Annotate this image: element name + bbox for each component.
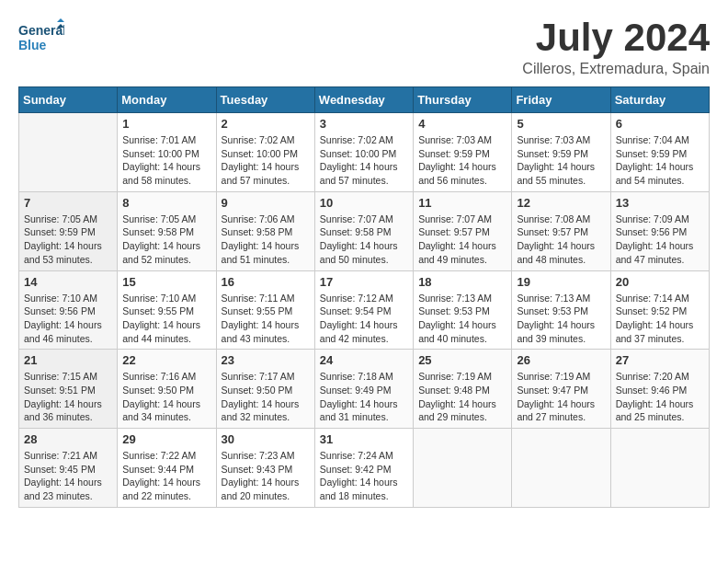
day-number: 21	[24, 353, 112, 367]
calendar-cell: 21Sunrise: 7:15 AMSunset: 9:51 PMDayligh…	[19, 350, 118, 429]
day-info: Sunrise: 7:17 AMSunset: 9:50 PMDaylight:…	[222, 370, 310, 424]
calendar-table: SundayMondayTuesdayWednesdayThursdayFrid…	[18, 86, 710, 508]
calendar-cell: 22Sunrise: 7:16 AMSunset: 9:50 PMDayligh…	[118, 350, 216, 429]
calendar-cell: 29Sunrise: 7:22 AMSunset: 9:44 PMDayligh…	[118, 429, 216, 508]
day-info: Sunrise: 7:09 AMSunset: 9:56 PMDaylight:…	[616, 213, 704, 267]
calendar-week-row: 1Sunrise: 7:01 AMSunset: 10:00 PMDayligh…	[19, 113, 710, 192]
svg-text:Blue: Blue	[18, 38, 47, 52]
title-block: July 2024 Cilleros, Extremadura, Spain	[522, 18, 710, 77]
day-number: 31	[320, 432, 408, 446]
calendar-cell: 7Sunrise: 7:05 AMSunset: 9:59 PMDaylight…	[19, 191, 118, 270]
day-info: Sunrise: 7:03 AMSunset: 9:59 PMDaylight:…	[517, 133, 605, 188]
calendar-cell: 31Sunrise: 7:24 AMSunset: 9:42 PMDayligh…	[314, 429, 413, 508]
calendar-week-row: 14Sunrise: 7:10 AMSunset: 9:56 PMDayligh…	[19, 270, 710, 350]
day-number: 3	[320, 117, 408, 131]
calendar-cell: 26Sunrise: 7:19 AMSunset: 9:47 PMDayligh…	[512, 350, 610, 429]
calendar-cell: 9Sunrise: 7:06 AMSunset: 9:58 PMDaylight…	[216, 191, 314, 270]
weekday-header-friday: Friday	[512, 87, 610, 113]
calendar-cell: 13Sunrise: 7:09 AMSunset: 9:56 PMDayligh…	[610, 191, 709, 270]
svg-text:General: General	[18, 23, 64, 38]
page-header: General Blue July 2024 Cilleros, Extrema…	[18, 18, 710, 77]
day-number: 26	[517, 353, 605, 367]
calendar-week-row: 7Sunrise: 7:05 AMSunset: 9:59 PMDaylight…	[19, 191, 710, 270]
day-number: 15	[122, 275, 210, 289]
day-info: Sunrise: 7:20 AMSunset: 9:46 PMDaylight:…	[616, 370, 704, 424]
day-number: 16	[222, 275, 310, 289]
day-info: Sunrise: 7:22 AMSunset: 9:44 PMDaylight:…	[122, 449, 210, 503]
day-info: Sunrise: 7:13 AMSunset: 9:53 PMDaylight:…	[517, 292, 605, 346]
calendar-cell: 27Sunrise: 7:20 AMSunset: 9:46 PMDayligh…	[610, 350, 709, 429]
day-number: 12	[517, 196, 605, 210]
day-number: 7	[24, 196, 112, 210]
day-number: 23	[222, 353, 310, 367]
calendar-cell	[19, 113, 118, 192]
day-info: Sunrise: 7:02 AMSunset: 10:00 PMDaylight…	[222, 133, 310, 188]
day-info: Sunrise: 7:15 AMSunset: 9:51 PMDaylight:…	[24, 370, 112, 424]
day-number: 5	[517, 117, 605, 131]
day-number: 27	[616, 353, 704, 367]
day-info: Sunrise: 7:06 AMSunset: 9:58 PMDaylight:…	[222, 213, 310, 267]
calendar-cell: 24Sunrise: 7:18 AMSunset: 9:49 PMDayligh…	[314, 350, 413, 429]
calendar-cell: 28Sunrise: 7:21 AMSunset: 9:45 PMDayligh…	[19, 429, 118, 508]
calendar-cell	[512, 429, 610, 508]
day-number: 4	[418, 117, 506, 131]
day-info: Sunrise: 7:23 AMSunset: 9:43 PMDaylight:…	[222, 449, 310, 503]
calendar-cell: 3Sunrise: 7:02 AMSunset: 10:00 PMDayligh…	[314, 113, 413, 192]
day-info: Sunrise: 7:10 AMSunset: 9:56 PMDaylight:…	[24, 292, 112, 346]
day-number: 10	[320, 196, 408, 210]
day-info: Sunrise: 7:08 AMSunset: 9:57 PMDaylight:…	[517, 213, 605, 267]
day-number: 2	[222, 117, 310, 131]
calendar-cell: 19Sunrise: 7:13 AMSunset: 9:53 PMDayligh…	[512, 270, 610, 350]
calendar-cell: 8Sunrise: 7:05 AMSunset: 9:58 PMDaylight…	[118, 191, 216, 270]
day-info: Sunrise: 7:07 AMSunset: 9:57 PMDaylight:…	[418, 213, 506, 267]
calendar-cell	[610, 429, 709, 508]
day-info: Sunrise: 7:11 AMSunset: 9:55 PMDaylight:…	[222, 292, 310, 346]
calendar-week-row: 28Sunrise: 7:21 AMSunset: 9:45 PMDayligh…	[19, 429, 710, 508]
location: Cilleros, Extremadura, Spain	[522, 61, 710, 77]
day-number: 11	[418, 196, 506, 210]
calendar-cell: 15Sunrise: 7:10 AMSunset: 9:55 PMDayligh…	[118, 270, 216, 350]
day-info: Sunrise: 7:03 AMSunset: 9:59 PMDaylight:…	[418, 133, 506, 188]
calendar-cell: 10Sunrise: 7:07 AMSunset: 9:58 PMDayligh…	[314, 191, 413, 270]
calendar-cell: 25Sunrise: 7:19 AMSunset: 9:48 PMDayligh…	[414, 350, 512, 429]
day-info: Sunrise: 7:19 AMSunset: 9:48 PMDaylight:…	[418, 370, 506, 424]
day-number: 28	[24, 432, 112, 446]
calendar-cell: 14Sunrise: 7:10 AMSunset: 9:56 PMDayligh…	[19, 270, 118, 350]
weekday-header-monday: Monday	[118, 87, 216, 113]
svg-marker-2	[57, 18, 64, 22]
weekday-header-tuesday: Tuesday	[216, 87, 314, 113]
calendar-cell: 23Sunrise: 7:17 AMSunset: 9:50 PMDayligh…	[216, 350, 314, 429]
day-number: 14	[24, 275, 112, 289]
day-info: Sunrise: 7:24 AMSunset: 9:42 PMDaylight:…	[320, 449, 408, 503]
calendar-cell	[414, 429, 512, 508]
calendar-cell: 4Sunrise: 7:03 AMSunset: 9:59 PMDaylight…	[414, 113, 512, 192]
day-number: 20	[616, 275, 704, 289]
day-info: Sunrise: 7:04 AMSunset: 9:59 PMDaylight:…	[616, 133, 704, 188]
day-number: 17	[320, 275, 408, 289]
day-info: Sunrise: 7:10 AMSunset: 9:55 PMDaylight:…	[122, 292, 210, 346]
calendar-cell: 2Sunrise: 7:02 AMSunset: 10:00 PMDayligh…	[216, 113, 314, 192]
day-info: Sunrise: 7:05 AMSunset: 9:58 PMDaylight:…	[122, 213, 210, 267]
day-info: Sunrise: 7:21 AMSunset: 9:45 PMDaylight:…	[24, 449, 112, 503]
day-number: 22	[122, 353, 210, 367]
calendar-cell: 1Sunrise: 7:01 AMSunset: 10:00 PMDayligh…	[118, 113, 216, 192]
calendar-cell: 20Sunrise: 7:14 AMSunset: 9:52 PMDayligh…	[610, 270, 709, 350]
weekday-header-saturday: Saturday	[610, 87, 709, 113]
calendar-cell: 18Sunrise: 7:13 AMSunset: 9:53 PMDayligh…	[414, 270, 512, 350]
weekday-header-wednesday: Wednesday	[314, 87, 413, 113]
day-info: Sunrise: 7:19 AMSunset: 9:47 PMDaylight:…	[517, 370, 605, 424]
month-title: July 2024	[522, 18, 710, 57]
day-number: 6	[616, 117, 704, 131]
day-number: 19	[517, 275, 605, 289]
day-number: 9	[222, 196, 310, 210]
day-info: Sunrise: 7:01 AMSunset: 10:00 PMDaylight…	[122, 133, 210, 188]
calendar-cell: 6Sunrise: 7:04 AMSunset: 9:59 PMDaylight…	[610, 113, 709, 192]
day-number: 24	[320, 353, 408, 367]
calendar-cell: 17Sunrise: 7:12 AMSunset: 9:54 PMDayligh…	[314, 270, 413, 350]
day-number: 13	[616, 196, 704, 210]
day-info: Sunrise: 7:14 AMSunset: 9:52 PMDaylight:…	[616, 292, 704, 346]
logo: General Blue	[18, 18, 64, 57]
day-info: Sunrise: 7:05 AMSunset: 9:59 PMDaylight:…	[24, 213, 112, 267]
day-number: 25	[418, 353, 506, 367]
day-number: 30	[222, 432, 310, 446]
